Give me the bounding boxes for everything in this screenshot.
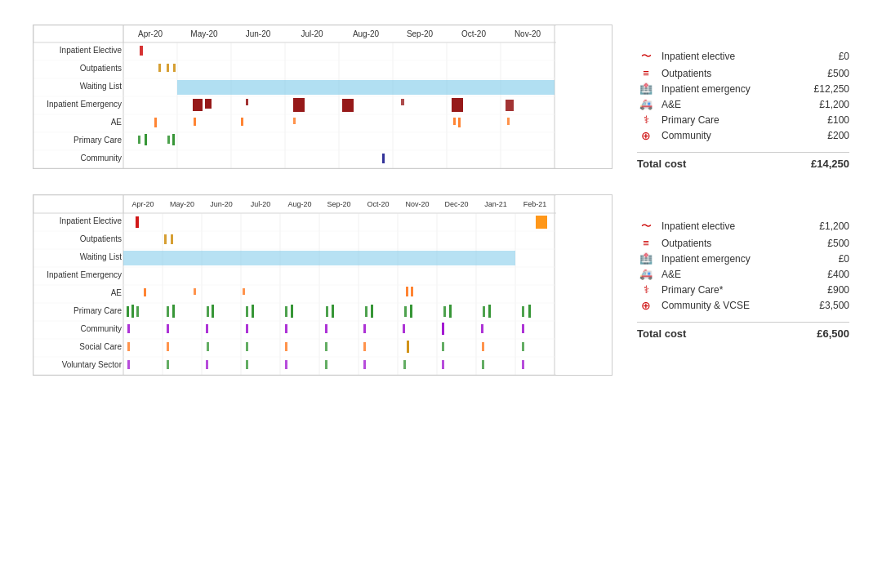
svg-rect-44 bbox=[246, 99, 248, 105]
legend2-item-outpatients: ≡ Outpatients £500 bbox=[637, 237, 849, 249]
svg-rect-124 bbox=[207, 306, 209, 317]
legend2-cost-outpatients: £500 bbox=[804, 238, 849, 249]
legend-item-inpatient-elective: 〜 Inpatient elective £0 bbox=[637, 49, 849, 64]
svg-rect-170 bbox=[363, 360, 366, 369]
svg-rect-168 bbox=[285, 360, 287, 369]
page-container: Apr-20 May-20 Jun-20 Jul-20 Aug-20 Sep-2… bbox=[0, 0, 882, 400]
legend-cost-inpatient-emergency: £12,250 bbox=[804, 83, 849, 95]
legend-item-community: ⊕ Community £200 bbox=[637, 129, 849, 142]
legend2-label-community: Community & VCSE bbox=[662, 300, 798, 311]
legend2-item-ae: 🚑 A&E £400 bbox=[637, 268, 849, 280]
legend-label-primary-care: Primary Care bbox=[662, 114, 798, 126]
svg-rect-150 bbox=[442, 323, 444, 335]
svg-rect-164 bbox=[127, 360, 130, 369]
svg-text:AE: AE bbox=[111, 288, 122, 297]
svg-rect-172 bbox=[442, 360, 444, 369]
svg-rect-144 bbox=[206, 324, 208, 333]
legend2-item-primary-care: ⚕ Primary Care* £900 bbox=[637, 283, 849, 296]
stethoscope-icon: ⚕ bbox=[637, 114, 655, 126]
list-icon: ≡ bbox=[637, 67, 655, 79]
plus-circle-icon2: ⊕ bbox=[637, 299, 655, 312]
hospital-icon: 🏥 bbox=[637, 82, 655, 95]
svg-text:Social Care: Social Care bbox=[79, 342, 122, 351]
svg-rect-52 bbox=[241, 118, 243, 126]
chart2-legend: 〜 Inpatient elective £1,200 ≡ Outpatient… bbox=[637, 194, 849, 340]
svg-text:Nov-20: Nov-20 bbox=[514, 29, 541, 38]
svg-rect-117 bbox=[406, 287, 408, 296]
svg-text:Jul-20: Jul-20 bbox=[251, 200, 271, 208]
svg-text:Aug-20: Aug-20 bbox=[287, 200, 311, 208]
legend2-item-inpatient-elective: 〜 Inpatient elective £1,200 bbox=[637, 219, 849, 234]
svg-rect-129 bbox=[291, 305, 293, 318]
svg-rect-37 bbox=[177, 80, 555, 95]
chart1-total-label: Total cost bbox=[637, 158, 811, 170]
legend-label-community: Community bbox=[662, 130, 798, 141]
svg-rect-120 bbox=[131, 305, 134, 318]
svg-rect-126 bbox=[246, 306, 248, 317]
svg-rect-59 bbox=[167, 136, 170, 144]
svg-text:Waiting List: Waiting List bbox=[80, 252, 122, 261]
svg-rect-56 bbox=[507, 118, 510, 125]
svg-rect-123 bbox=[172, 305, 175, 318]
svg-rect-47 bbox=[401, 99, 404, 105]
legend-label-outpatients: Outpatients bbox=[662, 68, 798, 79]
svg-rect-113 bbox=[171, 234, 173, 244]
svg-text:Inpatient Elective: Inpatient Elective bbox=[60, 46, 122, 55]
svg-rect-139 bbox=[488, 305, 491, 318]
svg-rect-53 bbox=[293, 118, 296, 124]
legend2-label-primary-care: Primary Care* bbox=[662, 284, 798, 296]
pulse-icon: 〜 bbox=[637, 49, 655, 64]
svg-text:Oct-20: Oct-20 bbox=[461, 29, 486, 38]
legend-cost-outpatients: £500 bbox=[804, 68, 849, 79]
svg-rect-57 bbox=[138, 136, 140, 144]
svg-rect-173 bbox=[482, 360, 484, 369]
list-icon2: ≡ bbox=[637, 237, 655, 249]
svg-rect-49 bbox=[506, 100, 514, 111]
svg-rect-50 bbox=[154, 118, 157, 127]
svg-rect-137 bbox=[449, 305, 452, 318]
svg-text:Sep-20: Sep-20 bbox=[327, 200, 350, 208]
svg-rect-41 bbox=[173, 64, 176, 72]
svg-rect-157 bbox=[285, 342, 287, 351]
svg-rect-158 bbox=[325, 342, 327, 351]
legend-item-inpatient-emergency: 🏥 Inpatient emergency £12,250 bbox=[637, 82, 849, 95]
svg-text:Inpatient Emergency: Inpatient Emergency bbox=[47, 100, 122, 109]
svg-rect-160 bbox=[407, 341, 409, 353]
chart2-total-row: Total cost £6,500 bbox=[637, 322, 849, 340]
svg-rect-161 bbox=[442, 342, 444, 351]
legend2-label-inpatient-emergency: Inpatient emergency bbox=[662, 253, 798, 265]
hospital-icon2: 🏥 bbox=[637, 252, 655, 265]
legend2-cost-community: £3,500 bbox=[804, 300, 849, 311]
svg-rect-141 bbox=[528, 305, 531, 318]
chart2-section: Apr-20 May-20 Jun-20 Jul-20 Aug-20 Sep-2… bbox=[33, 194, 849, 376]
legend-label-inpatient-elective: Inpatient elective bbox=[662, 51, 798, 62]
svg-rect-152 bbox=[522, 324, 524, 333]
svg-rect-148 bbox=[363, 324, 366, 333]
svg-text:Jul-20: Jul-20 bbox=[301, 29, 323, 38]
chart2-svg: Apr-20 May-20 Jun-20 Jul-20 Aug-20 Sep-2… bbox=[33, 195, 556, 375]
svg-rect-112 bbox=[164, 234, 167, 244]
svg-rect-165 bbox=[167, 360, 169, 369]
legend2-label-inpatient-elective: Inpatient elective bbox=[662, 220, 798, 232]
svg-text:Primary Care: Primary Care bbox=[74, 136, 122, 145]
svg-rect-111 bbox=[536, 216, 547, 229]
svg-text:Jan-21: Jan-21 bbox=[484, 200, 507, 208]
svg-rect-171 bbox=[403, 360, 406, 369]
svg-rect-46 bbox=[342, 99, 354, 112]
svg-rect-156 bbox=[246, 342, 248, 351]
chart2-total-value: £6,500 bbox=[817, 327, 849, 340]
svg-text:Outpatients: Outpatients bbox=[80, 234, 122, 243]
svg-rect-125 bbox=[212, 305, 214, 318]
legend-cost-primary-care: £100 bbox=[804, 114, 849, 126]
chart2-area: Apr-20 May-20 Jun-20 Jul-20 Aug-20 Sep-2… bbox=[33, 194, 612, 376]
legend2-item-community: ⊕ Community & VCSE £3,500 bbox=[637, 299, 849, 312]
svg-rect-116 bbox=[243, 288, 245, 295]
svg-rect-60 bbox=[172, 134, 175, 145]
svg-rect-45 bbox=[293, 98, 305, 112]
svg-rect-149 bbox=[403, 324, 405, 333]
svg-rect-146 bbox=[285, 324, 287, 333]
svg-rect-140 bbox=[522, 306, 524, 317]
svg-rect-133 bbox=[371, 305, 373, 318]
svg-rect-167 bbox=[246, 360, 248, 369]
svg-text:Primary Care: Primary Care bbox=[74, 306, 122, 315]
